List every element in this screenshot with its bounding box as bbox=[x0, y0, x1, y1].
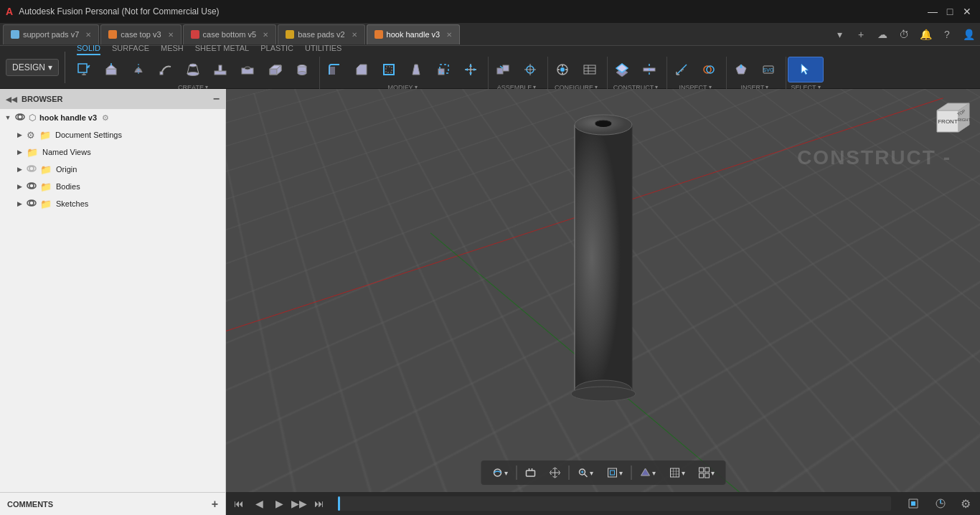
browser-minus-icon[interactable]: − bbox=[213, 93, 220, 105]
step-back-button[interactable]: ◀ bbox=[252, 496, 266, 511]
viewport[interactable]: CONSTRUCT - bbox=[226, 89, 980, 492]
viewport-layout-button[interactable]: ▾ bbox=[693, 463, 720, 482]
viewcube[interactable]: FRONT TOP RIGHT bbox=[923, 96, 973, 146]
config-table-button[interactable] bbox=[577, 57, 603, 82]
tree-origin[interactable]: ▶ 📁 Origin bbox=[0, 161, 225, 178]
move-button[interactable] bbox=[458, 57, 484, 82]
zoom-fit-button[interactable]: ▾ bbox=[601, 463, 628, 482]
notifications-icon[interactable]: 🔔 bbox=[917, 26, 934, 43]
tree-named-views[interactable]: ▶ 📁 Named Views bbox=[0, 143, 225, 161]
measure-button[interactable] bbox=[669, 57, 694, 82]
tab-sheet-metal[interactable]: SHEET METAL bbox=[195, 44, 249, 55]
fillet-button[interactable] bbox=[321, 57, 347, 82]
tab-case-bottom-v5[interactable]: case bottom v5 ✕ bbox=[183, 24, 277, 44]
add-comment-button[interactable]: + bbox=[212, 498, 218, 511]
tree-doc-settings[interactable]: ▶ ⚙ 📁 Document Settings bbox=[0, 126, 225, 143]
step-forward-button[interactable]: ▶▶ bbox=[292, 496, 306, 511]
cylinder-button[interactable] bbox=[289, 57, 315, 82]
bodies-eye-icon[interactable] bbox=[27, 181, 37, 192]
tab-solid[interactable]: SOLID bbox=[77, 44, 100, 55]
create-sketch-button[interactable] bbox=[71, 57, 97, 82]
skip-to-start-button[interactable]: ⏮ bbox=[232, 496, 246, 511]
midplane-button[interactable] bbox=[636, 57, 662, 82]
sweep-button[interactable] bbox=[153, 57, 179, 82]
revolve-button[interactable] bbox=[126, 57, 151, 82]
close-button[interactable]: ✕ bbox=[960, 4, 974, 19]
minimize-button[interactable]: — bbox=[925, 4, 940, 19]
fit-screen-button[interactable] bbox=[519, 463, 541, 482]
tab-close-case-bottom-v5[interactable]: ✕ bbox=[263, 31, 268, 39]
playback-settings-button[interactable]: ⚙ bbox=[957, 495, 974, 512]
browser-collapse-icon[interactable]: ◀◀ bbox=[6, 95, 17, 103]
tab-dropdown-button[interactable]: ▾ bbox=[831, 26, 848, 43]
modify-group: MODIFY ▾ bbox=[321, 57, 489, 93]
tree-sketches[interactable]: ▶ 📁 Sketches bbox=[0, 195, 225, 212]
chamfer-button[interactable] bbox=[349, 57, 374, 82]
parameters-button[interactable] bbox=[550, 57, 575, 82]
history-icon[interactable]: ⏱ bbox=[895, 26, 913, 43]
origin-eye-icon[interactable] bbox=[27, 164, 37, 175]
timeline-bar[interactable] bbox=[338, 496, 891, 511]
tab-mesh[interactable]: MESH bbox=[161, 44, 184, 55]
maximize-button[interactable]: □ bbox=[943, 4, 957, 19]
draft-button[interactable] bbox=[403, 57, 429, 82]
tab-base-pads-v2[interactable]: base pads v2 ✕ bbox=[278, 24, 364, 44]
motion-study-button[interactable] bbox=[903, 497, 924, 510]
root-settings-icon[interactable]: ⚙ bbox=[102, 113, 109, 123]
tab-utilities[interactable]: UTILITIES bbox=[305, 44, 341, 55]
tab-close-base-pads-v2[interactable]: ✕ bbox=[352, 31, 357, 39]
sketches-arrow[interactable]: ▶ bbox=[14, 200, 24, 207]
skip-to-end-button[interactable]: ⏭ bbox=[312, 496, 326, 511]
tree-root-item[interactable]: ▼ ⬡ hook handle v3 ⚙ bbox=[0, 109, 225, 126]
scale-button[interactable] bbox=[430, 57, 456, 82]
select-button[interactable] bbox=[788, 57, 824, 82]
new-component-button[interactable] bbox=[490, 57, 516, 82]
tab-support-pads-v7[interactable]: support pads v7 ✕ bbox=[3, 24, 99, 44]
add-tab-button[interactable]: + bbox=[852, 26, 870, 43]
offset-plane-button[interactable] bbox=[609, 57, 635, 82]
pan-button[interactable] bbox=[544, 463, 565, 482]
root-label: hook handle v3 bbox=[39, 113, 97, 122]
svg-point-73 bbox=[29, 184, 34, 188]
root-expand-arrow[interactable]: ▼ bbox=[3, 114, 13, 121]
grid-toggle-button[interactable]: ▾ bbox=[664, 463, 690, 482]
joint-button[interactable] bbox=[517, 57, 543, 82]
tree-bodies[interactable]: ▶ 📁 Bodies bbox=[0, 178, 225, 195]
tab-plastic[interactable]: PLASTIC bbox=[260, 44, 293, 55]
origin-arrow[interactable]: ▶ bbox=[14, 166, 24, 173]
rib-button[interactable] bbox=[207, 57, 233, 82]
browser-tree: ▼ ⬡ hook handle v3 ⚙ ▶ ⚙ 📁 Document Sett… bbox=[0, 109, 225, 492]
design-dropdown-button[interactable]: DESIGN ▾ bbox=[6, 59, 59, 76]
box-button[interactable] bbox=[262, 57, 288, 82]
help-icon[interactable]: ? bbox=[938, 26, 956, 43]
bodies-arrow[interactable]: ▶ bbox=[14, 183, 24, 190]
hole-button[interactable] bbox=[235, 57, 260, 82]
avatar-icon[interactable]: 👤 bbox=[960, 26, 977, 43]
tab-surface[interactable]: SURFACE bbox=[112, 44, 149, 55]
tab-close-hook-handle-v3[interactable]: ✕ bbox=[446, 31, 452, 39]
loft-button[interactable] bbox=[180, 57, 206, 82]
tab-hook-handle-v3[interactable]: hook handle v3 ✕ bbox=[367, 24, 461, 44]
sketches-eye-icon[interactable] bbox=[27, 198, 37, 209]
animation-button[interactable] bbox=[930, 497, 951, 510]
tab-close-support-pads-v7[interactable]: ✕ bbox=[85, 31, 91, 39]
orbit-button[interactable]: ▾ bbox=[486, 463, 513, 482]
modify-icons bbox=[321, 57, 484, 82]
tab-close-case-top-v3[interactable]: ✕ bbox=[168, 31, 174, 39]
zoom-window-button[interactable]: ▾ bbox=[572, 463, 598, 482]
interference-button[interactable] bbox=[696, 57, 722, 82]
create-icons bbox=[71, 57, 315, 82]
cloud-sync-icon[interactable]: ☁ bbox=[874, 26, 891, 43]
root-visibility-eye[interactable] bbox=[15, 112, 25, 123]
tab-case-top-v3[interactable]: case top v3 ✕ bbox=[100, 24, 181, 44]
bottom-sep-3 bbox=[631, 466, 631, 480]
named-views-arrow[interactable]: ▶ bbox=[14, 148, 24, 156]
svg-rect-25 bbox=[329, 67, 335, 75]
extrude-button[interactable] bbox=[98, 57, 124, 82]
display-mode-button[interactable]: ▾ bbox=[634, 463, 661, 482]
doc-settings-arrow[interactable]: ▶ bbox=[14, 131, 24, 138]
play-button[interactable]: ▶ bbox=[272, 496, 286, 511]
insert-svg-button[interactable]: SVG bbox=[755, 57, 781, 82]
shell-button[interactable] bbox=[376, 57, 402, 82]
insert-mesh-button[interactable] bbox=[728, 57, 754, 82]
